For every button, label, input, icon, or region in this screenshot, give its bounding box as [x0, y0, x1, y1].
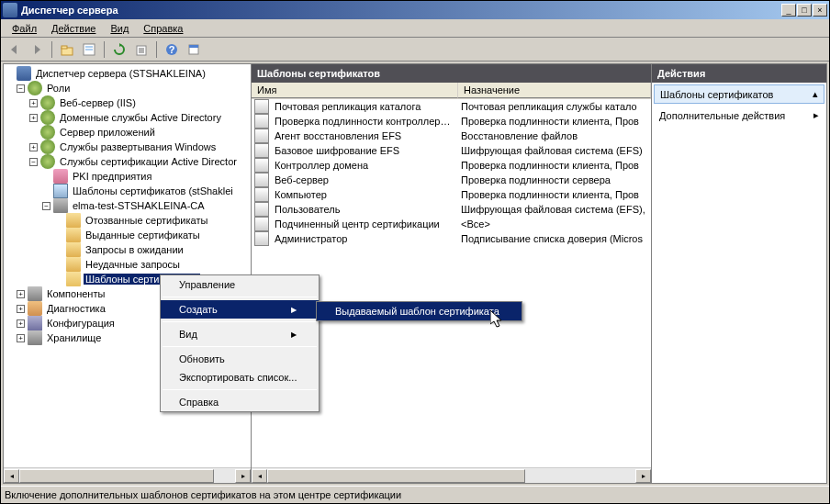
cell-purpose: <Все> [458, 218, 651, 230]
cm-create[interactable]: Создать [161, 300, 319, 319]
cm-refresh[interactable]: Обновить [161, 350, 319, 368]
toolbar-props[interactable] [79, 39, 99, 60]
minimize-button[interactable]: _ [781, 4, 796, 17]
expand-toggle[interactable]: + [17, 319, 25, 328]
toolbar-refresh[interactable] [109, 39, 129, 60]
cell-name: Компьютер [272, 189, 458, 200]
cm-view[interactable]: Вид [161, 325, 319, 343]
scroll-left-button[interactable]: ◂ [252, 469, 267, 483]
actions-section[interactable]: Шаблоны сертификатов ▴ [654, 84, 824, 104]
tree-hscroll[interactable]: ◂ ▸ [4, 467, 251, 483]
tree-root[interactable]: Диспетчер сервера (STSHAKLEINA) [4, 66, 251, 81]
tree-roles[interactable]: −Роли [4, 81, 251, 95]
tree-ca[interactable]: −elma-test-STSHAKLEINA-CA [4, 198, 251, 213]
folder-icon [66, 213, 81, 228]
toolbar-options[interactable] [184, 39, 204, 60]
list-row[interactable]: Веб-серверПроверка подлинности сервера [252, 173, 651, 187]
collapse-toggle[interactable]: − [42, 202, 50, 210]
toolbar: ? [1, 38, 829, 62]
list-row[interactable]: Почтовая репликация каталогаПочтовая реп… [252, 99, 651, 114]
folder-icon [66, 228, 81, 242]
scroll-track[interactable] [267, 469, 635, 483]
list-row[interactable]: Контроллер доменаПроверка подлинности кл… [252, 158, 651, 173]
list-row[interactable]: Проверка подлинности контроллера ...Пров… [252, 114, 651, 129]
actions-additional[interactable]: Дополнительные действия ▸ [652, 106, 826, 125]
tree-issued[interactable]: Выданные сертификаты [4, 228, 251, 242]
pki-icon [53, 169, 68, 184]
cell-purpose: Проверка подлинности клиента, Пров [458, 116, 651, 127]
list-row[interactable]: Базовое шифрование EFSШифрующая файловая… [252, 143, 651, 158]
tree-adcert[interactable]: −Службы сертификации Active Director [4, 154, 251, 169]
list-row[interactable]: АдминистраторПодписывание списка доверия… [252, 231, 651, 246]
menu-help[interactable]: Справка [136, 21, 190, 36]
cell-name: Проверка подлинности контроллера ... [272, 116, 458, 127]
tree-pki[interactable]: PKI предприятия [4, 169, 251, 184]
cm-sep [163, 321, 317, 322]
list-pane: Шаблоны сертификатов Имя Назначение Почт… [252, 64, 652, 483]
list-row[interactable]: Подчиненный центр сертификации<Все> [252, 217, 651, 231]
toolbar-up[interactable] [57, 39, 77, 60]
col-name[interactable]: Имя [252, 83, 458, 98]
cm-issue-template[interactable]: Выдаваемый шаблон сертификата [317, 302, 522, 320]
expand-toggle[interactable]: + [29, 99, 38, 107]
context-submenu: Выдаваемый шаблон сертификата [316, 301, 522, 321]
list-row[interactable]: ПользовательШифрующая файловая система (… [252, 202, 651, 217]
cell-name: Подчиненный центр сертификации [272, 218, 458, 230]
cell-purpose: Проверка подлинности сервера [458, 174, 651, 185]
template-icon [254, 202, 269, 217]
tree-deployment[interactable]: +Службы развертывания Windows [4, 140, 251, 154]
menubar: Файл Действие Вид Справка [1, 19, 829, 38]
cell-name: Почтовая репликация каталога [272, 101, 458, 112]
tree-addomain[interactable]: +Доменные службы Active Directory [4, 110, 251, 125]
cm-manage[interactable]: Управление [161, 275, 319, 294]
list-row[interactable]: КомпьютерПроверка подлинности клиента, П… [252, 187, 651, 202]
scroll-left-button[interactable]: ◂ [4, 469, 19, 483]
tree-revoked[interactable]: Отозванные сертификаты [4, 213, 251, 228]
expand-toggle[interactable]: + [17, 305, 25, 313]
cm-export[interactable]: Экспортировать список... [161, 368, 319, 386]
tree-iis[interactable]: +Веб-сервер (IIS) [4, 95, 251, 110]
collapse-toggle[interactable]: − [17, 84, 25, 93]
context-menu: Управление Создать Вид Обновить Экспорти… [160, 274, 320, 412]
cell-purpose: Почтовая репликация службы катало [458, 101, 651, 112]
cm-help[interactable]: Справка [161, 393, 319, 411]
cell-purpose: Шифрующая файловая система (EFS) [458, 145, 651, 156]
toolbar-export[interactable] [131, 39, 151, 60]
server-manager-window: Диспетчер сервера _ □ × Файл Действие Ви… [0, 0, 830, 504]
collapse-toggle[interactable]: − [29, 158, 38, 166]
expand-toggle[interactable]: + [29, 143, 38, 151]
template-icon [254, 217, 269, 231]
toolbar-forward[interactable] [27, 39, 47, 60]
toolbar-back[interactable] [5, 39, 25, 60]
svg-rect-1 [62, 46, 67, 49]
expand-toggle[interactable]: + [17, 290, 25, 298]
list-hscroll[interactable]: ◂ ▸ [252, 467, 651, 483]
actions-pane: Действия Шаблоны сертификатов ▴ Дополнит… [652, 64, 826, 483]
tree-failed[interactable]: Неудачные запросы [4, 257, 251, 272]
svg-rect-9 [189, 45, 198, 48]
close-button[interactable]: × [813, 4, 827, 17]
tree-certtmpl[interactable]: Шаблоны сертификатов (stShaklei [4, 184, 251, 198]
cert-icon [53, 184, 68, 198]
menu-action[interactable]: Действие [44, 21, 103, 36]
expand-toggle[interactable]: + [17, 334, 25, 342]
menu-view[interactable]: Вид [103, 21, 136, 36]
menu-file[interactable]: Файл [5, 21, 44, 36]
submenu-arrow-icon: ▸ [813, 109, 819, 121]
cell-name: Базовое шифрование EFS [272, 145, 458, 156]
titlebar: Диспетчер сервера _ □ × [1, 1, 829, 19]
toolbar-help[interactable]: ? [162, 39, 182, 60]
list-row[interactable]: Агент восстановления EFSВосстановление ф… [252, 129, 651, 143]
col-purpose[interactable]: Назначение [458, 83, 651, 98]
template-icon [254, 187, 269, 202]
toolbar-sep [104, 41, 105, 58]
expand-toggle[interactable]: + [29, 114, 38, 122]
scroll-track[interactable] [19, 469, 235, 483]
tree-pending[interactable]: Запросы в ожидании [4, 242, 251, 257]
maximize-button[interactable]: □ [797, 4, 812, 17]
cell-name: Контроллер домена [272, 160, 458, 171]
scroll-right-button[interactable]: ▸ [635, 469, 651, 483]
tree-appserver[interactable]: Сервер приложений [4, 125, 251, 140]
scroll-right-button[interactable]: ▸ [235, 469, 251, 483]
role-icon [40, 110, 55, 125]
